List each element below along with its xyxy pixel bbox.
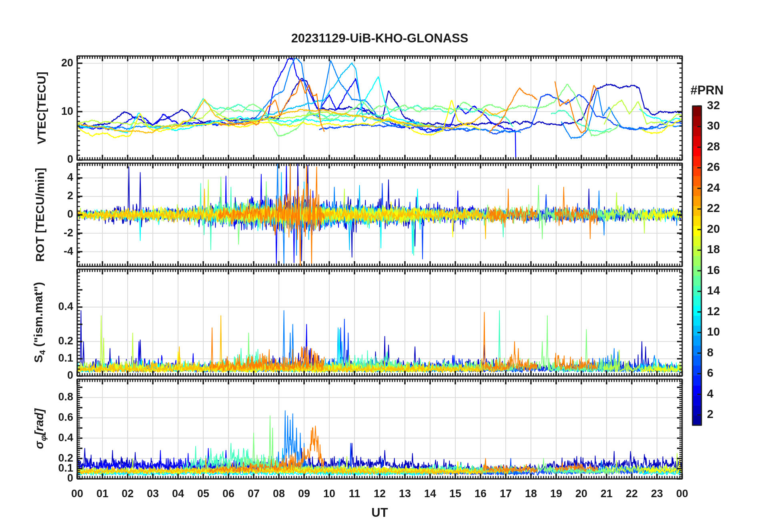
- y-axis-label-s4: S4 ("ism.mat"): [32, 282, 47, 363]
- colorbar-title: #PRN: [669, 83, 745, 98]
- y-axis-label-rot: ROT [TECU/min]: [33, 168, 47, 262]
- chart-title: 20231129-UiB-KHO-GLONASS: [77, 31, 682, 46]
- y-axis-label-vtec: VTEC[TECU]: [35, 72, 48, 144]
- y-axis-label-sigmaphi: σφ[rad]: [32, 408, 48, 449]
- glonass-scintillation-figure: 20231129-UiB-KHO-GLONASS UT #PRN VTEC[TE…: [0, 0, 761, 532]
- x-axis-label: UT: [77, 506, 682, 520]
- multipanel-timeseries-canvas: [0, 0, 761, 532]
